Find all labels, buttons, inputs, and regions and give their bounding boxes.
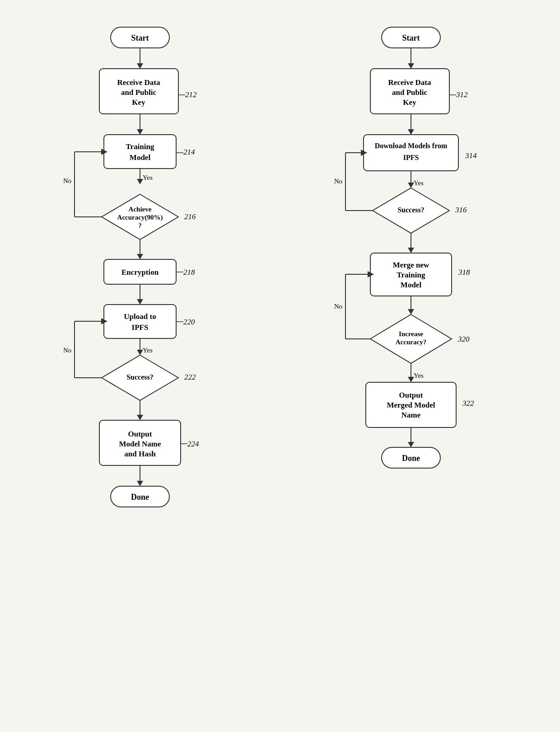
- svg-marker-3: [137, 63, 143, 69]
- svg-text:Accuracy(90%): Accuracy(90%): [117, 214, 163, 221]
- svg-text:Yes: Yes: [414, 179, 424, 187]
- svg-text:IPFS: IPFS: [403, 154, 419, 161]
- svg-marker-37: [137, 299, 143, 305]
- svg-rect-38: [104, 305, 176, 338]
- svg-text:Key: Key: [132, 98, 145, 107]
- svg-text:Merged Model: Merged Model: [387, 401, 435, 409]
- svg-rect-12: [104, 135, 176, 169]
- fig2-svg: Start Receive Data and Public Key 212 Tr…: [41, 18, 248, 687]
- svg-text:318: 318: [458, 268, 470, 277]
- svg-text:Receive Data: Receive Data: [117, 78, 160, 87]
- svg-text:Model: Model: [401, 281, 422, 289]
- svg-marker-112: [408, 377, 414, 382]
- svg-text:316: 316: [455, 206, 467, 214]
- svg-text:Model: Model: [130, 153, 151, 162]
- svg-marker-120: [408, 442, 414, 447]
- svg-text:and Public: and Public: [392, 88, 427, 97]
- svg-text:Upload to: Upload to: [124, 312, 156, 321]
- svg-text:Merge new: Merge new: [393, 261, 429, 269]
- fig4-svg: Start Receive Data and Public Key 312 Do…: [312, 18, 519, 687]
- svg-text:Success?: Success?: [126, 373, 154, 381]
- svg-text:312: 312: [456, 90, 468, 99]
- svg-text:Download Models from: Download Models from: [375, 142, 448, 150]
- svg-text:No: No: [334, 178, 342, 185]
- svg-text:Encryption: Encryption: [121, 268, 159, 277]
- svg-marker-69: [408, 63, 414, 69]
- svg-text:Output: Output: [399, 391, 423, 399]
- svg-text:and Hash: and Hash: [124, 450, 156, 458]
- svg-text:220: 220: [183, 318, 195, 326]
- svg-text:218: 218: [183, 268, 195, 277]
- svg-marker-77: [408, 129, 414, 135]
- svg-text:322: 322: [462, 399, 474, 408]
- svg-marker-94: [408, 248, 414, 253]
- svg-text:Start: Start: [402, 33, 420, 42]
- svg-text:No: No: [63, 177, 71, 184]
- svg-text:Yes: Yes: [143, 347, 153, 354]
- svg-text:Training: Training: [397, 271, 425, 279]
- svg-text:No: No: [334, 303, 342, 310]
- svg-text:214: 214: [183, 148, 195, 156]
- fig2-diagram: Start Receive Data and Public Key 212 Tr…: [36, 18, 253, 732]
- svg-text:Output: Output: [128, 430, 152, 438]
- svg-text:Model Name: Model Name: [119, 440, 161, 448]
- svg-text:Receive Data: Receive Data: [388, 78, 431, 87]
- svg-text:Accuracy?: Accuracy?: [396, 338, 426, 346]
- svg-text:Increase: Increase: [399, 330, 423, 338]
- svg-marker-11: [137, 129, 143, 135]
- svg-marker-44: [137, 350, 143, 355]
- svg-text:and Public: and Public: [121, 88, 156, 97]
- svg-marker-18: [137, 179, 143, 184]
- svg-rect-78: [364, 135, 458, 171]
- svg-text:?: ?: [138, 222, 142, 229]
- svg-text:Name: Name: [401, 411, 421, 419]
- svg-text:314: 314: [465, 151, 477, 160]
- svg-text:222: 222: [184, 373, 196, 381]
- svg-text:No: No: [63, 347, 71, 354]
- svg-text:Achieve: Achieve: [129, 206, 152, 213]
- svg-text:212: 212: [185, 90, 197, 99]
- svg-text:Start: Start: [131, 33, 149, 42]
- svg-text:Done: Done: [402, 454, 420, 463]
- svg-text:224: 224: [187, 440, 199, 448]
- diagrams-container: Start Receive Data and Public Key 212 Tr…: [9, 18, 551, 732]
- svg-marker-101: [408, 309, 414, 314]
- fig4-diagram: Start Receive Data and Public Key 312 Do…: [307, 18, 524, 732]
- svg-text:IPFS: IPFS: [132, 323, 149, 332]
- svg-text:Yes: Yes: [414, 372, 424, 379]
- svg-text:Yes: Yes: [143, 174, 153, 181]
- svg-text:Key: Key: [403, 98, 416, 107]
- svg-text:Training: Training: [126, 142, 154, 151]
- svg-text:216: 216: [184, 212, 196, 221]
- svg-marker-55: [137, 415, 143, 420]
- svg-marker-31: [137, 254, 143, 259]
- svg-text:Done: Done: [131, 493, 149, 502]
- svg-text:Success?: Success?: [397, 206, 425, 214]
- svg-marker-83: [408, 183, 414, 188]
- svg-marker-63: [137, 481, 143, 486]
- svg-text:320: 320: [457, 335, 470, 343]
